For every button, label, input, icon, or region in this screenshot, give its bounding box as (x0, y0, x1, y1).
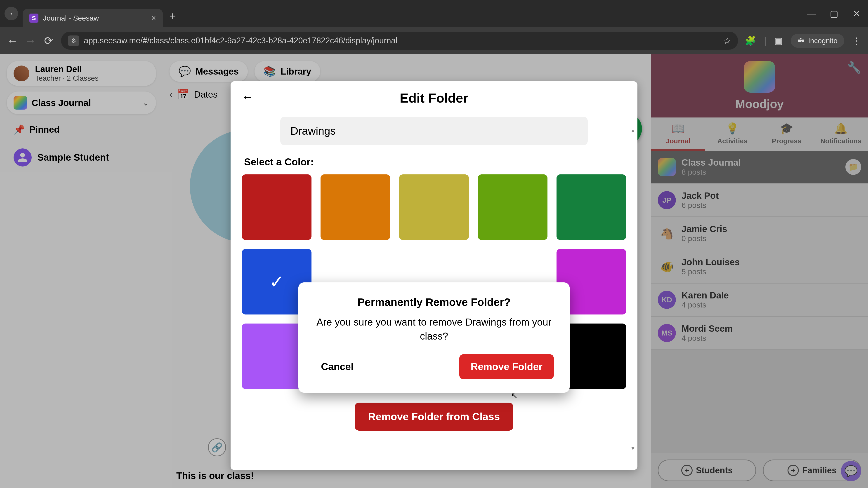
app-root: Lauren Deli Teacher · 2 Classes Class Jo… (0, 54, 868, 488)
confirm-title: Permanently Remove Folder? (314, 296, 554, 308)
incognito-label: Incognito (808, 37, 837, 45)
color-swatch[interactable] (242, 174, 311, 240)
chrome-menu-icon[interactable]: ⋮ (852, 35, 861, 46)
color-swatch[interactable] (478, 174, 548, 240)
extensions-icon[interactable]: 🧩 (745, 35, 756, 46)
forward-button[interactable]: → (25, 35, 36, 47)
reload-button[interactable]: ⟳ (43, 34, 54, 47)
close-window-icon[interactable]: ✕ (850, 8, 864, 19)
url-text: app.seesaw.me/#/class/class.e01bf4c2-9a2… (84, 36, 719, 45)
remove-folder-from-class-button[interactable]: Remove Folder from Class (355, 402, 514, 431)
side-panel-icon[interactable]: | (764, 36, 766, 46)
cancel-button[interactable]: Cancel (314, 357, 360, 377)
scroll-up-icon[interactable]: ▴ (630, 127, 636, 134)
minimize-icon[interactable]: — (805, 8, 818, 19)
confirm-remove-dialog: Permanently Remove Folder? Are you sure … (298, 283, 569, 393)
bookmark-icon[interactable]: ☆ (723, 35, 731, 46)
site-info-icon[interactable]: ⚙ (68, 35, 79, 46)
tab-title: Journal - Seesaw (43, 14, 147, 22)
incognito-badge: 🕶 Incognito (791, 34, 844, 48)
color-label: Select a Color: (244, 156, 626, 168)
modal-title: Edit Folder (242, 90, 626, 105)
color-swatch[interactable] (320, 174, 390, 240)
tab-search-dropdown[interactable]: ▾ (4, 7, 18, 20)
check-icon: ✓ (269, 271, 284, 292)
folder-name-input[interactable] (280, 117, 588, 145)
remove-folder-button[interactable]: Remove Folder (459, 354, 554, 379)
browser-tab[interactable]: S Journal - Seesaw × (23, 9, 163, 27)
url-bar[interactable]: ⚙ app.seesaw.me/#/class/class.e01bf4c2-9… (61, 32, 738, 50)
tab-favicon: S (29, 13, 38, 23)
color-swatch[interactable] (399, 174, 469, 240)
scroll-down-icon[interactable]: ▾ (630, 445, 636, 452)
cursor-icon: ↖ (511, 391, 518, 400)
maximize-icon[interactable]: ▢ (827, 8, 841, 19)
close-tab-icon[interactable]: × (151, 13, 156, 23)
incognito-icon: 🕶 (798, 37, 805, 45)
address-bar: ← → ⟳ ⚙ app.seesaw.me/#/class/class.e01b… (0, 27, 868, 54)
color-swatch[interactable] (557, 174, 626, 240)
new-tab-button[interactable]: + (169, 10, 176, 22)
confirm-body: Are you sure you want to remove Drawings… (314, 315, 554, 343)
back-button[interactable]: ← (7, 35, 18, 47)
window-controls: — ▢ ✕ (805, 8, 864, 19)
edit-folder-modal: ← Edit Folder Select a Color: ✓ Remove F… (230, 81, 638, 470)
reader-icon[interactable]: ▣ (774, 35, 783, 46)
browser-tab-bar: ▾ S Journal - Seesaw × + — ▢ ✕ (0, 0, 868, 27)
modal-scrollbar[interactable]: ▴ ▾ (630, 127, 636, 452)
modal-back-arrow[interactable]: ← (242, 90, 253, 103)
